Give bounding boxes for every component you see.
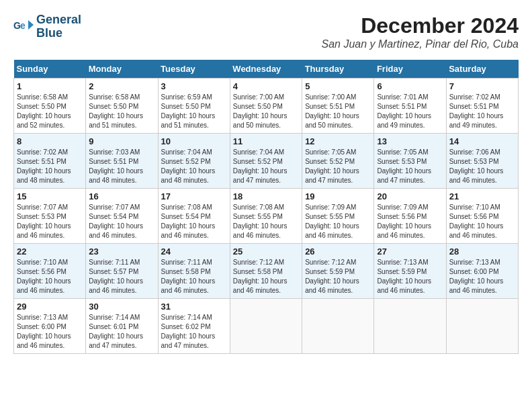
calendar-cell: 23Sunrise: 7:11 AMSunset: 5:57 PMDayligh… (86, 244, 158, 299)
calendar-cell: 6Sunrise: 7:01 AMSunset: 5:51 PMDaylight… (374, 79, 446, 134)
calendar-cell: 14Sunrise: 7:06 AMSunset: 5:53 PMDayligh… (446, 134, 518, 189)
day-info: Sunrise: 7:05 AMSunset: 5:53 PMDaylight:… (377, 148, 443, 185)
day-number: 15 (17, 191, 83, 201)
day-number: 23 (89, 246, 154, 257)
page-header: G e General Blue December 2024 San Juan … (13, 13, 519, 53)
calendar-cell: 11Sunrise: 7:04 AMSunset: 5:52 PMDayligh… (230, 134, 302, 189)
calendar-cell (446, 299, 518, 354)
calendar-cell: 7Sunrise: 7:02 AMSunset: 5:51 PMDaylight… (446, 79, 518, 134)
day-info: Sunrise: 7:01 AMSunset: 5:51 PMDaylight:… (377, 93, 443, 130)
calendar-week-row: 15Sunrise: 7:07 AMSunset: 5:53 PMDayligh… (14, 189, 519, 244)
calendar-week-row: 22Sunrise: 7:10 AMSunset: 5:56 PMDayligh… (14, 244, 519, 299)
month-title: December 2024 (322, 13, 519, 38)
calendar-cell: 5Sunrise: 7:00 AMSunset: 5:51 PMDaylight… (302, 79, 374, 134)
weekday-header-friday: Friday (374, 60, 446, 79)
day-number: 7 (449, 81, 515, 91)
day-info: Sunrise: 7:13 AMSunset: 6:00 PMDaylight:… (449, 258, 515, 295)
logo-text: General Blue (36, 13, 81, 40)
day-info: Sunrise: 7:05 AMSunset: 5:52 PMDaylight:… (305, 148, 371, 185)
day-info: Sunrise: 7:09 AMSunset: 5:56 PMDaylight:… (377, 203, 443, 240)
calendar-cell: 29Sunrise: 7:13 AMSunset: 6:00 PMDayligh… (14, 299, 86, 354)
day-info: Sunrise: 7:14 AMSunset: 6:01 PMDaylight:… (89, 313, 154, 351)
calendar-cell: 12Sunrise: 7:05 AMSunset: 5:52 PMDayligh… (302, 134, 374, 189)
logo-line1: General (36, 13, 81, 27)
day-number: 29 (17, 302, 83, 312)
day-number: 13 (377, 136, 443, 146)
day-number: 30 (89, 302, 154, 312)
weekday-header-wednesday: Wednesday (230, 60, 302, 79)
weekday-header-row: SundayMondayTuesdayWednesdayThursdayFrid… (14, 60, 519, 79)
day-number: 25 (233, 246, 299, 257)
day-info: Sunrise: 6:58 AMSunset: 5:50 PMDaylight:… (17, 93, 83, 130)
day-info: Sunrise: 7:13 AMSunset: 6:00 PMDaylight:… (17, 313, 83, 351)
day-number: 3 (161, 81, 227, 91)
day-info: Sunrise: 7:12 AMSunset: 5:59 PMDaylight:… (305, 258, 371, 295)
calendar-cell: 19Sunrise: 7:09 AMSunset: 5:55 PMDayligh… (302, 189, 374, 244)
calendar-cell: 24Sunrise: 7:11 AMSunset: 5:58 PMDayligh… (158, 244, 230, 299)
calendar-cell: 15Sunrise: 7:07 AMSunset: 5:53 PMDayligh… (14, 189, 86, 244)
day-info: Sunrise: 7:09 AMSunset: 5:55 PMDaylight:… (305, 203, 371, 240)
calendar-cell: 26Sunrise: 7:12 AMSunset: 5:59 PMDayligh… (302, 244, 374, 299)
calendar-cell: 9Sunrise: 7:03 AMSunset: 5:51 PMDaylight… (86, 134, 158, 189)
calendar-cell (374, 299, 446, 354)
day-number: 26 (305, 246, 371, 257)
weekday-header-saturday: Saturday (446, 60, 518, 79)
day-number: 17 (161, 191, 227, 201)
calendar-cell: 10Sunrise: 7:04 AMSunset: 5:52 PMDayligh… (158, 134, 230, 189)
logo-icon: G e (13, 17, 34, 37)
day-info: Sunrise: 7:11 AMSunset: 5:58 PMDaylight:… (161, 258, 227, 295)
day-number: 18 (233, 191, 299, 201)
logo-line2: Blue (36, 27, 81, 40)
calendar-cell: 22Sunrise: 7:10 AMSunset: 5:56 PMDayligh… (14, 244, 86, 299)
day-info: Sunrise: 7:10 AMSunset: 5:56 PMDaylight:… (17, 258, 83, 295)
calendar-cell: 18Sunrise: 7:08 AMSunset: 5:55 PMDayligh… (230, 189, 302, 244)
calendar-cell: 16Sunrise: 7:07 AMSunset: 5:54 PMDayligh… (86, 189, 158, 244)
svg-marker-2 (28, 20, 34, 30)
day-info: Sunrise: 7:03 AMSunset: 5:51 PMDaylight:… (89, 148, 154, 185)
day-info: Sunrise: 7:10 AMSunset: 5:56 PMDaylight:… (449, 203, 515, 240)
day-info: Sunrise: 7:12 AMSunset: 5:58 PMDaylight:… (233, 258, 299, 295)
day-info: Sunrise: 7:00 AMSunset: 5:50 PMDaylight:… (233, 93, 299, 130)
calendar-cell: 30Sunrise: 7:14 AMSunset: 6:01 PMDayligh… (86, 299, 158, 354)
calendar-cell: 31Sunrise: 7:14 AMSunset: 6:02 PMDayligh… (158, 299, 230, 354)
day-info: Sunrise: 6:58 AMSunset: 5:50 PMDaylight:… (89, 93, 154, 130)
svg-text:e: e (20, 20, 26, 31)
day-number: 20 (377, 191, 443, 201)
day-number: 1 (17, 81, 83, 91)
day-info: Sunrise: 7:04 AMSunset: 5:52 PMDaylight:… (233, 148, 299, 185)
day-number: 19 (305, 191, 371, 201)
day-number: 31 (161, 302, 227, 312)
calendar-cell: 17Sunrise: 7:08 AMSunset: 5:54 PMDayligh… (158, 189, 230, 244)
day-info: Sunrise: 7:06 AMSunset: 5:53 PMDaylight:… (449, 148, 515, 185)
day-info: Sunrise: 7:08 AMSunset: 5:54 PMDaylight:… (161, 203, 227, 240)
calendar-week-row: 1Sunrise: 6:58 AMSunset: 5:50 PMDaylight… (14, 79, 519, 134)
calendar-cell: 2Sunrise: 6:58 AMSunset: 5:50 PMDaylight… (86, 79, 158, 134)
day-info: Sunrise: 7:14 AMSunset: 6:02 PMDaylight:… (161, 313, 227, 351)
calendar-cell: 4Sunrise: 7:00 AMSunset: 5:50 PMDaylight… (230, 79, 302, 134)
title-section: December 2024 San Juan y Martinez, Pinar… (322, 13, 519, 50)
calendar-cell: 25Sunrise: 7:12 AMSunset: 5:58 PMDayligh… (230, 244, 302, 299)
day-number: 27 (377, 246, 443, 257)
day-number: 22 (17, 246, 83, 257)
calendar-table: SundayMondayTuesdayWednesdayThursdayFrid… (13, 60, 519, 354)
day-number: 8 (17, 136, 83, 146)
weekday-header-thursday: Thursday (302, 60, 374, 79)
day-number: 12 (305, 136, 371, 146)
calendar-cell: 13Sunrise: 7:05 AMSunset: 5:53 PMDayligh… (374, 134, 446, 189)
day-number: 10 (161, 136, 227, 146)
calendar-cell (230, 299, 302, 354)
weekday-header-tuesday: Tuesday (158, 60, 230, 79)
calendar-cell: 8Sunrise: 7:02 AMSunset: 5:51 PMDaylight… (14, 134, 86, 189)
calendar-cell (302, 299, 374, 354)
day-number: 4 (233, 81, 299, 91)
calendar-cell: 27Sunrise: 7:13 AMSunset: 5:59 PMDayligh… (374, 244, 446, 299)
day-number: 14 (449, 136, 515, 146)
day-number: 24 (161, 246, 227, 257)
day-number: 16 (89, 191, 154, 201)
day-number: 11 (233, 136, 299, 146)
calendar-cell: 1Sunrise: 6:58 AMSunset: 5:50 PMDaylight… (14, 79, 86, 134)
day-info: Sunrise: 7:07 AMSunset: 5:53 PMDaylight:… (17, 203, 83, 240)
day-number: 2 (89, 81, 154, 91)
weekday-header-sunday: Sunday (14, 60, 86, 79)
weekday-header-monday: Monday (86, 60, 158, 79)
